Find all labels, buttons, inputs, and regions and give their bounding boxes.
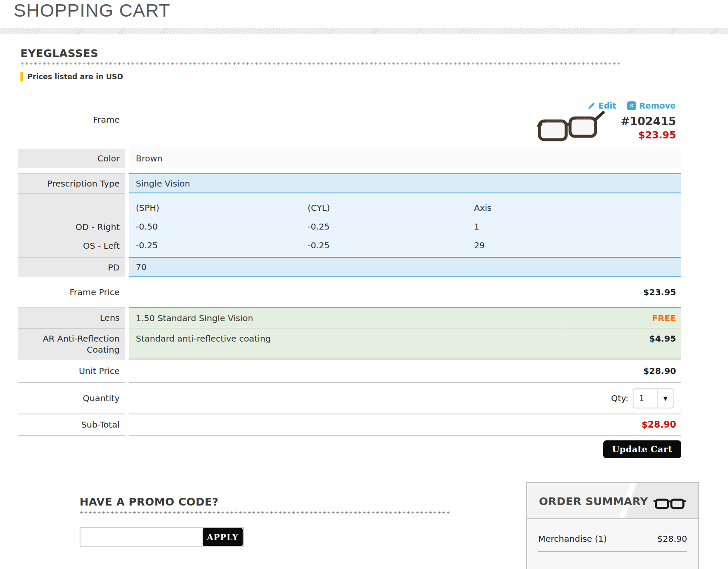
remove-link[interactable]: ✕ Remove [627,101,676,110]
os-axis-value: 29 [474,240,681,250]
currency-notice: Prices listed are in USD [20,72,710,82]
order-summary-title: ORDER SUMMARY [539,495,648,508]
subtotal-label: Sub-Total [18,414,125,435]
update-cart-area: Update Cart [18,436,681,461]
order-summary-panel: ORDER SUMMARY Merchandise (1) [526,482,699,569]
summary-divider [538,551,687,552]
striped-divider [0,28,728,34]
merchandise-row: Merchandise (1) $28.90 [538,534,687,544]
page-title: SHOPPING CART [14,0,728,20]
glasses-icon [653,497,686,512]
main-content: EYEGLASSES +++++++++++++++++++++++++++++… [18,47,710,461]
pd-row: PD 70 [18,258,681,277]
pd-value: 70 [129,258,681,277]
bottom-area: HAVE A PROMO CODE? +++++++++++++++++++++… [0,468,728,569]
unit-price-value: $28.90 [129,359,681,382]
section-title: EYEGLASSES [20,47,710,60]
prescription-type-value: Single Vision [129,173,681,193]
x-square-icon: ✕ [627,101,636,110]
frame-value-cell: Edit ✕ Remove [129,95,681,149]
ar-coating-description: Standard anti-reflective coating [129,328,561,359]
lens-description: 1.50 Standard Single Vision [129,308,561,328]
merchandise-value: $28.90 [657,534,687,544]
axis-column-header: Axis [474,203,681,213]
unit-price-row: Unit Price $28.90 [18,359,681,382]
frame-sku: #102415 [621,115,676,128]
frame-info: #102415 $23.95 [621,115,676,141]
os-left-label: OS - Left [83,241,120,251]
prescription-type-label: Prescription Type [18,173,125,193]
shopping-cart-page: SHOPPING CART EYEGLASSES +++++++++++++++… [0,0,728,569]
promo-section: HAVE A PROMO CODE? +++++++++++++++++++++… [80,496,454,547]
lens-row: Lens 1.50 Standard Single Vision FREE [18,307,681,328]
od-cyl-value: -0.25 [308,221,474,232]
update-cart-button[interactable]: Update Cart [603,440,681,458]
ar-coating-price: $4.95 [561,328,681,359]
merchandise-label: Merchandise (1) [538,534,607,544]
order-summary-header: ORDER SUMMARY [527,483,698,519]
quantity-select[interactable]: 1 ▼ [633,388,674,408]
ar-coating-label: AR Anti-Reflection Coating [18,328,125,359]
sph-column-header: (SPH) [136,203,308,213]
ar-coating-value-cell: Standard anti-reflective coating $4.95 [129,328,681,359]
frame-price-tag: $23.95 [621,129,676,141]
os-sph-value: -0.25 [136,240,308,250]
quantity-value-cell: Qty: 1 ▼ [129,383,681,414]
lens-price: FREE [561,308,681,328]
remove-link-label: Remove [639,101,676,110]
lens-label: Lens [18,307,125,328]
frame-price-value: $23.95 [129,277,681,307]
apply-button[interactable]: APPLY [203,528,243,546]
lens-value-cell: 1.50 Standard Single Vision FREE [129,307,681,328]
quantity-label: Quantity [18,383,125,414]
promo-title: HAVE A PROMO CODE? [80,496,454,508]
dotted-rule: ++++++++++++++++++++++++++++++++++++++++… [80,511,451,516]
pd-label: PD [18,258,125,277]
od-right-label: OD - Right [75,222,120,232]
promo-code-input[interactable] [80,528,202,546]
chevron-down-icon: ▼ [657,389,673,408]
frame-row: Frame Edit ✕ Remove [18,95,681,149]
notice-marker [20,72,23,81]
cyl-column-header: (CYL) [308,203,474,213]
prescription-values-grid: (SPH) (CYL) Axis -0.50 -0.25 1 -0.25 -0.… [129,193,681,258]
promo-box: APPLY [80,527,244,547]
od-sph-value: -0.50 [136,221,308,232]
prescription-grid-row: OD - Right OS - Left (SPH) (CYL) Axis -0… [18,193,681,258]
cart-item-table: Frame Edit ✕ Remove [18,95,681,461]
os-cyl-value: -0.25 [308,240,474,250]
frame-price-label: Frame Price [18,277,125,307]
color-label: Color [18,149,125,168]
prescription-type-row: Prescription Type Single Vision [18,173,681,193]
frame-product-image [535,107,605,147]
frame-price-row: Frame Price $23.95 [18,277,681,307]
od-axis-value: 1 [474,221,681,232]
ar-coating-row: AR Anti-Reflection Coating Standard anti… [18,328,681,359]
quantity-row: Quantity Qty: 1 ▼ [18,383,681,414]
dotted-rule: ++++++++++++++++++++++++++++++++++++++++… [20,61,622,66]
subtotal-value: $28.90 [129,414,681,435]
color-value: Brown [129,149,681,168]
frame-label: Frame [18,95,125,149]
unit-price-label: Unit Price [18,359,125,382]
qty-caption: Qty: [611,393,628,403]
order-summary-body: Merchandise (1) $28.90 [527,534,698,552]
subtotal-row: Sub-Total $28.90 [18,414,681,435]
prescription-eye-labels: OD - Right OS - Left [18,193,125,258]
notice-text: Prices listed are in USD [27,72,123,81]
color-row: Color Brown [18,149,681,168]
quantity-current-value: 1 [633,389,657,408]
